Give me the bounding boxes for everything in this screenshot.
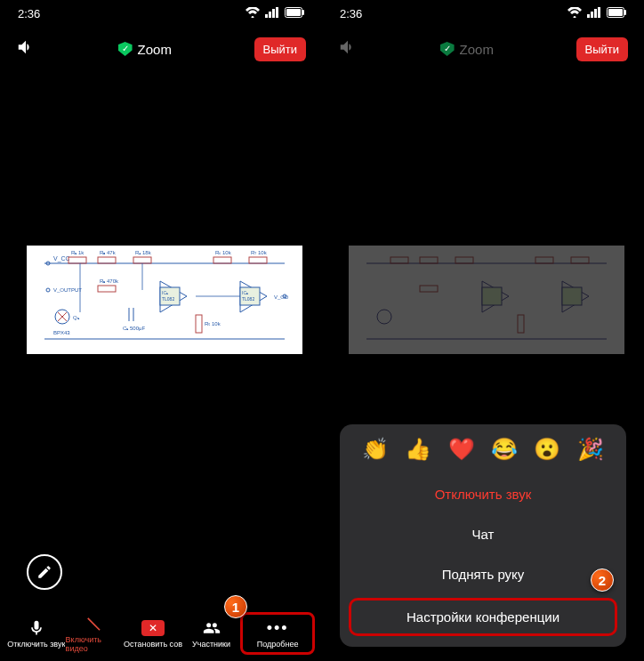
speaker-icon[interactable] [338, 37, 358, 60]
signal-icon [265, 7, 279, 20]
svg-text:TL082: TL082 [242, 296, 254, 302]
svg-text:TL082: TL082 [162, 296, 174, 302]
participants-icon [203, 618, 221, 638]
svg-text:V_OUTPUT: V_OUTPUT [53, 287, 82, 293]
leave-button[interactable]: Выйти [576, 37, 629, 61]
menu-chat[interactable]: Чат [340, 514, 626, 554]
svg-text:Q₁: Q₁ [73, 315, 80, 320]
battery-icon [285, 7, 304, 20]
status-bar: 2:36 [0, 0, 322, 27]
more-menu: 👏 👍 ❤️ 😂 😮 🎉 Отключить звук Чат Поднять … [340, 424, 626, 647]
status-icons [568, 7, 626, 20]
video-button[interactable]: Включить видео [66, 614, 125, 653]
leave-button[interactable]: Выйти [254, 37, 307, 61]
svg-text:IC₂: IC₂ [242, 290, 248, 295]
svg-rect-0 [265, 14, 268, 18]
callout-2: 2 [591, 568, 614, 592]
wifi-icon [568, 7, 582, 20]
reaction-thumbsup[interactable]: 👍 [405, 437, 431, 462]
svg-text:R₄ 18k: R₄ 18k [135, 250, 152, 255]
stop-share-button[interactable]: ✕ Остановить сов [124, 618, 182, 649]
header-bar: Zoom Выйти [0, 27, 322, 71]
phone-left: 2:36 Zoom Выйти V_ [0, 0, 322, 661]
menu-raise-hand[interactable]: Поднять руку [340, 554, 626, 594]
svg-rect-2 [272, 9, 275, 18]
svg-text:R₂ 470k: R₂ 470k [100, 278, 119, 284]
status-time: 2:36 [340, 7, 362, 20]
callout-1: 1 [224, 595, 247, 618]
circuit-diagram [349, 246, 624, 354]
status-time: 2:36 [18, 7, 40, 20]
svg-text:BPX43: BPX43 [53, 330, 70, 335]
svg-text:R₃ 47k: R₃ 47k [100, 250, 117, 255]
svg-rect-67 [562, 287, 582, 305]
more-button[interactable]: ••• Подробнее [240, 612, 315, 655]
battery-icon [607, 7, 626, 20]
status-icons [246, 7, 304, 20]
speaker-icon[interactable] [16, 37, 36, 60]
svg-rect-6 [286, 9, 301, 16]
svg-rect-52 [598, 7, 600, 18]
reaction-tada[interactable]: 🎉 [577, 437, 604, 462]
shared-screen[interactable]: V_CC R₁ 1k R₃ 47k R₄ 18k R₆ 10k R₇ 10k I… [27, 246, 302, 354]
microphone-icon [28, 618, 45, 638]
reaction-wow[interactable]: 😮 [534, 437, 560, 462]
shared-screen[interactable] [349, 246, 624, 354]
app-title: Zoom [440, 42, 494, 57]
content-area: 👏 👍 ❤️ 😂 😮 🎉 Отключить звук Чат Поднять … [322, 71, 644, 661]
more-icon: ••• [267, 618, 289, 638]
mute-button[interactable]: Отключить звук [7, 618, 66, 649]
svg-text:R₆ 10k: R₆ 10k [215, 250, 232, 255]
svg-rect-51 [594, 9, 597, 18]
stop-share-icon: ✕ [141, 618, 165, 638]
header-bar: Zoom Выйти [322, 27, 644, 71]
bottom-toolbar: Отключить звук Включить видео ✕ Останови… [0, 606, 322, 661]
status-bar: 2:36 [322, 0, 644, 27]
menu-mute-all[interactable]: Отключить звук [340, 474, 626, 514]
svg-text:V_CC: V_CC [53, 255, 70, 262]
reaction-joy[interactable]: 😂 [491, 437, 518, 462]
video-icon [85, 614, 103, 633]
svg-rect-49 [587, 14, 590, 18]
content-area: V_CC R₁ 1k R₃ 47k R₄ 18k R₆ 10k R₇ 10k I… [0, 71, 322, 661]
reaction-heart[interactable]: ❤️ [448, 437, 475, 462]
reaction-clap[interactable]: 👏 [362, 437, 389, 462]
shield-icon [440, 42, 455, 56]
svg-text:IC₁: IC₁ [162, 290, 168, 295]
svg-rect-50 [591, 12, 593, 18]
app-title: Zoom [118, 42, 172, 57]
svg-text:R₁ 1k: R₁ 1k [71, 250, 85, 255]
wifi-icon [246, 7, 260, 20]
svg-text:V_OD: V_OD [274, 294, 289, 300]
svg-text:C₁ 500μF: C₁ 500μF [123, 326, 145, 331]
svg-rect-55 [608, 9, 623, 16]
participants-button[interactable]: Участники [182, 618, 241, 649]
annotate-button[interactable] [27, 554, 62, 590]
svg-rect-3 [276, 7, 278, 18]
menu-meeting-settings[interactable]: Настройки конференции [349, 598, 617, 636]
svg-rect-54 [624, 10, 626, 15]
circuit-diagram: V_CC R₁ 1k R₃ 47k R₄ 18k R₆ 10k R₇ 10k I… [27, 246, 302, 354]
svg-text:R₇ 10k: R₇ 10k [251, 250, 268, 255]
phone-right: 2:36 Zoom Выйти [322, 0, 644, 661]
svg-rect-1 [269, 12, 271, 18]
svg-text:R₅ 10k: R₅ 10k [205, 321, 221, 326]
svg-rect-5 [302, 10, 304, 15]
signal-icon [587, 7, 601, 20]
svg-rect-65 [482, 287, 502, 305]
shield-icon [118, 42, 133, 56]
reactions-row: 👏 👍 ❤️ 😂 😮 🎉 [340, 437, 626, 474]
